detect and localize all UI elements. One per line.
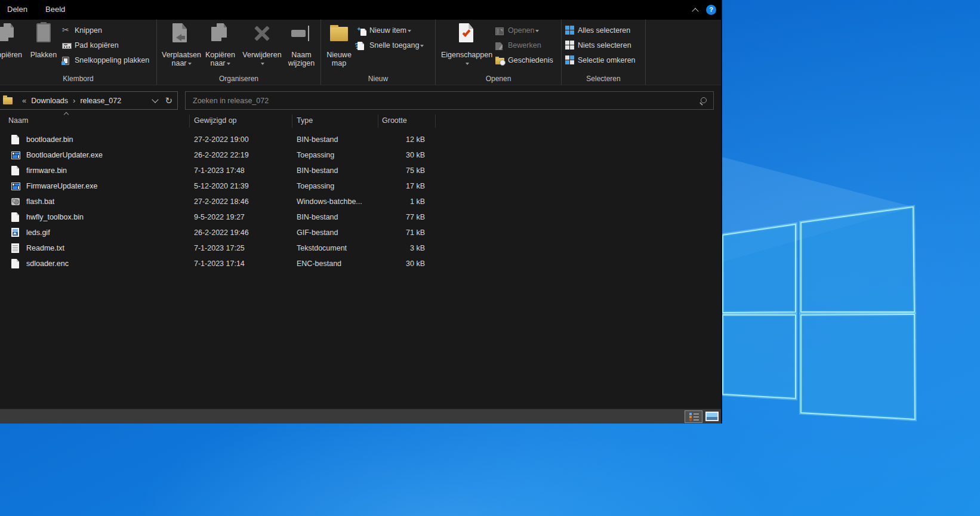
column-header-row: Naam Gewijzigd op Type Grootte [0, 112, 721, 130]
section-label-select: Selecteren [562, 75, 645, 83]
file-row[interactable]: FirmwareUpdater.exe 5-12-2020 21:39 Toep… [0, 178, 442, 194]
copy-path-label: Pad kopiëren [75, 39, 119, 51]
sort-ascending-icon [64, 112, 69, 117]
file-row[interactable]: flash.bat 27-2-2022 18:46 Windows-batchb… [0, 194, 442, 209]
select-all-icon [565, 26, 574, 35]
dropdown-icon [188, 63, 192, 65]
file-icon-exe [11, 183, 20, 190]
address-bar[interactable]: « Downloads › release_072 ↻ [0, 91, 178, 110]
breadcrumb-separator-icon[interactable]: › [73, 96, 75, 105]
copy-to-icon [211, 23, 229, 44]
rename-icon [291, 23, 312, 44]
collapse-ribbon-icon[interactable] [692, 8, 698, 14]
breadcrumb-downloads[interactable]: Downloads [31, 97, 68, 105]
edit-icon [495, 42, 503, 50]
dropdown-icon [420, 45, 424, 47]
move-to-icon [171, 23, 192, 46]
copy-button[interactable]: Kopiëren [0, 21, 25, 73]
navigation-bar: « Downloads › release_072 ↻ Zoeken in re… [0, 85, 721, 112]
select-all-label: Alles selecteren [578, 24, 630, 36]
move-to-button[interactable]: Verplaatsen naar [162, 21, 201, 73]
section-label-organize: Organiseren [157, 75, 320, 83]
ribbon-tab-bar: Delen Beeld ? [0, 0, 721, 20]
cut-label: Knippen [75, 24, 102, 36]
column-header-modified[interactable]: Gewijzigd op [194, 116, 237, 125]
dropdown-icon [261, 63, 264, 65]
column-divider[interactable] [189, 115, 190, 128]
dropdown-icon [535, 30, 539, 32]
delete-icon [252, 23, 272, 44]
rename-button[interactable]: Naam wijzigen [283, 21, 319, 73]
file-row[interactable]: Readme.txt 7-1-2023 17:25 Tekstdocument … [0, 240, 442, 256]
breadcrumb-current-folder[interactable]: release_072 [80, 97, 121, 105]
delete-label: Verwijderen [242, 51, 281, 59]
file-row[interactable]: sdloader.enc 7-1-2023 17:14 ENC-bestand … [0, 256, 442, 271]
new-item-icon [357, 27, 366, 36]
search-box[interactable]: Zoeken in release_072 [185, 91, 714, 110]
explorer-window: Delen Beeld ? Kopiëren Plakken ✂ Kni [0, 0, 722, 424]
column-divider[interactable] [292, 115, 292, 128]
folder-icon [3, 97, 13, 104]
address-dropdown-icon[interactable] [152, 96, 159, 103]
quick-access-icon [357, 42, 364, 50]
file-row[interactable]: leds.gif 26-2-2022 19:46 GIF-bestand 71 … [0, 225, 442, 240]
dropdown-icon [466, 63, 469, 65]
details-view-button[interactable] [685, 410, 702, 423]
properties-button[interactable]: Eigenschappen [440, 21, 494, 73]
copy-icon [0, 23, 16, 44]
file-row[interactable]: hwfly_toolbox.bin 9-5-2022 19:27 BIN-bes… [0, 209, 442, 225]
refresh-icon[interactable]: ↻ [165, 95, 172, 106]
new-folder-button[interactable]: Nieuwe map [322, 21, 356, 73]
file-icon-bin [11, 166, 19, 175]
delete-button[interactable]: Verwijderen [242, 21, 282, 73]
invert-selection-label: Selectie omkeren [578, 54, 636, 66]
file-row[interactable]: firmware.bin 7-1-2023 17:48 BIN-bestand … [0, 163, 442, 178]
scissors-icon: ✂ [62, 26, 69, 35]
file-row[interactable]: bootloader.bin 27-2-2022 19:00 BIN-besta… [0, 132, 442, 147]
move-to-label: Verplaatsen [162, 51, 201, 59]
quick-access-label: Snelle toegang [369, 41, 419, 50]
column-divider[interactable] [435, 115, 436, 128]
column-header-size[interactable]: Grootte [382, 116, 407, 125]
paste-shortcut-label: Snelkoppeling plakken [75, 54, 149, 66]
column-divider[interactable] [378, 115, 378, 128]
file-icon-txt [11, 243, 19, 253]
open-label: Openen [508, 26, 534, 35]
status-bar [0, 409, 721, 424]
select-none-label: Niets selecteren [578, 39, 631, 51]
file-icon-bat [11, 198, 20, 205]
select-none-icon [565, 41, 574, 50]
ribbon-section-open: Eigenschappen Openen Bewerken Geschieden… [436, 20, 562, 85]
paste-button[interactable]: Plakken [26, 21, 61, 73]
section-label-open: Openen [436, 75, 561, 83]
dropdown-icon [227, 63, 230, 65]
search-placeholder: Zoeken in release_072 [193, 97, 269, 105]
tab-beeld[interactable]: Beeld [45, 5, 65, 14]
tab-delen[interactable]: Delen [7, 5, 27, 14]
properties-label: Eigenschappen [441, 51, 492, 59]
ribbon-section-select: Alles selecteren Niets selecteren Select… [562, 20, 646, 85]
new-item-label: Nieuw item [369, 26, 406, 35]
paste-icon [36, 23, 51, 42]
open-icon [495, 27, 504, 35]
thumbnail-view-button[interactable] [704, 410, 722, 423]
copy-label: Kopiëren [0, 51, 25, 59]
search-icon[interactable] [699, 97, 707, 105]
help-icon[interactable]: ? [706, 5, 716, 15]
paste-label: Plakken [26, 51, 61, 59]
breadcrumb-back-icon[interactable]: « [22, 96, 26, 105]
history-icon [495, 58, 504, 64]
copy-to-button[interactable]: Kopiëren naar [201, 21, 239, 73]
edit-label: Bewerken [508, 39, 541, 51]
file-row[interactable]: BootloaderUpdater.exe 26-2-2022 22:19 To… [0, 147, 442, 163]
column-header-type[interactable]: Type [297, 116, 313, 125]
ribbon-section-organize: Verplaatsen naar Kopiëren naar Verwijder… [157, 20, 321, 85]
dropdown-icon [408, 30, 411, 32]
file-icon-bin [11, 135, 19, 144]
column-header-name[interactable]: Naam [8, 116, 28, 125]
section-label-clipboard: Klembord [0, 75, 156, 83]
section-label-new: Nieuw [321, 75, 435, 83]
ribbon-section-clipboard: Kopiëren Plakken ✂ Knippen Pad kopiëren … [0, 20, 157, 85]
path-icon [62, 43, 72, 49]
details-view-icon [689, 413, 692, 415]
